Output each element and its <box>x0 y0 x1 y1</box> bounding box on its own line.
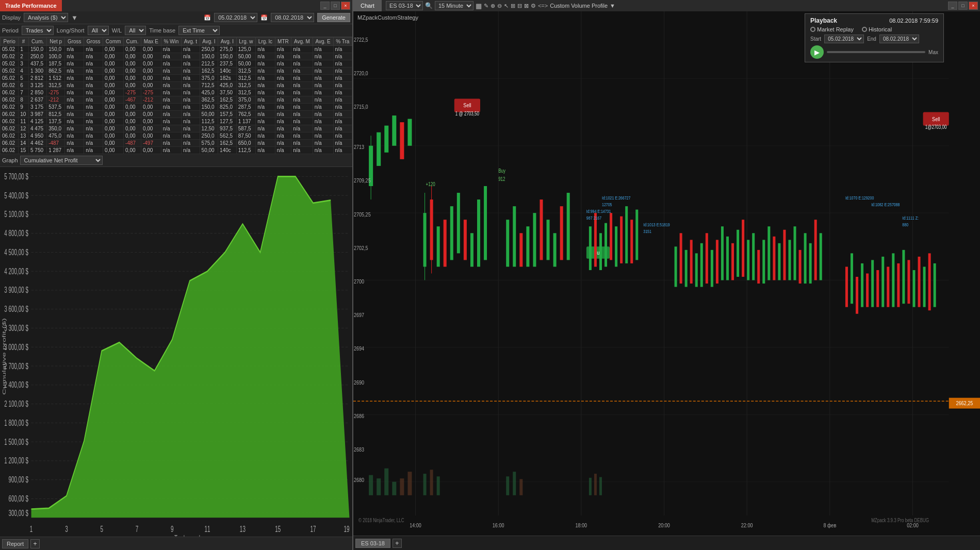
table-cell: n/a <box>275 60 291 68</box>
table-cell: n/a <box>182 132 200 140</box>
table-cell: 0,00 <box>103 104 124 111</box>
table-cell: 0,00 <box>103 46 124 53</box>
maximize-btn[interactable]: □ <box>331 2 340 10</box>
generate-button[interactable]: Generate <box>317 13 350 22</box>
svg-rect-163 <box>752 233 755 280</box>
svg-rect-104 <box>610 213 612 260</box>
custom-volume-label: Custom Volume Profile <box>550 3 608 9</box>
chart-tab-active[interactable]: ES 03-18 <box>355 539 390 548</box>
table-cell: n/a <box>333 147 352 154</box>
wl-select[interactable]: All <box>125 26 146 35</box>
table-cell: n/a <box>313 140 333 147</box>
table-cell: 537,5 <box>47 104 65 111</box>
start-date-select[interactable]: 05.02.2018 <box>824 35 864 43</box>
table-cell: n/a <box>275 140 291 147</box>
market-replay-radio[interactable]: Market Replay <box>810 26 854 32</box>
svg-text:© 2018 NinjaTrader, LLC: © 2018 NinjaTrader, LLC <box>358 518 404 523</box>
table-cell: 312,5 <box>236 75 256 82</box>
table-cell: n/a <box>161 96 181 104</box>
instrument-select[interactable]: ES 03-18 <box>386 1 423 10</box>
playback-slider[interactable] <box>827 51 925 53</box>
timebase-select[interactable]: Ext Time <box>178 26 220 35</box>
table-cell: n/a <box>275 125 291 132</box>
table-cell: 5 <box>19 75 29 82</box>
table-cell: 06.02 <box>1 89 19 96</box>
add-chart-tab-button[interactable]: + <box>393 539 402 548</box>
table-cell: 4 950 <box>29 132 47 140</box>
table-cell: n/a <box>65 96 84 104</box>
svg-rect-170 <box>788 240 791 280</box>
table-cell: n/a <box>84 82 103 89</box>
svg-text:2683: 2683 <box>354 446 364 453</box>
historical-radio[interactable]: Historical <box>862 26 892 32</box>
date1-select[interactable]: 05.02.2018 <box>214 13 257 22</box>
svg-rect-109 <box>635 210 638 260</box>
timeframe-select[interactable]: 15 Minute <box>435 1 473 10</box>
chart-right-panel: MZpackCustomStrategy Playback 08.02.2018… <box>353 11 980 550</box>
table-cell: 437,5 <box>29 60 47 68</box>
date2-select[interactable]: 08.02.2018 <box>271 13 314 22</box>
table-cell: 0,00 <box>141 75 161 82</box>
table-cell: -212 <box>141 96 161 104</box>
table-header-cell: Gross <box>65 38 84 46</box>
table-header-cell: # <box>19 38 29 46</box>
table-cell: 0,00 <box>124 104 141 111</box>
filter-icon[interactable]: ▼ <box>71 14 78 22</box>
table-cell: n/a <box>161 82 181 89</box>
svg-text:987    2167: 987 2167 <box>586 215 602 221</box>
chart-icon3: ⊠ <box>524 3 529 9</box>
table-cell: n/a <box>65 140 84 147</box>
svg-rect-174 <box>809 243 812 284</box>
table-cell: n/a <box>313 111 333 118</box>
table-cell: n/a <box>313 104 333 111</box>
svg-rect-178 <box>851 253 853 304</box>
table-row: 05.021150,0150,0n/an/a0,000,000,00n/an/a… <box>1 46 352 53</box>
table-cell: n/a <box>65 125 84 132</box>
period-select[interactable]: Trades <box>22 26 54 35</box>
svg-rect-121 <box>519 479 522 495</box>
table-cell: 312,5 <box>236 82 256 89</box>
play-button[interactable]: ▶ <box>810 45 824 59</box>
svg-rect-110 <box>369 475 373 495</box>
svg-rect-192 <box>923 266 926 307</box>
add-tab-button[interactable]: + <box>30 539 40 548</box>
chart-close-btn[interactable]: × <box>969 2 978 10</box>
svg-rect-193 <box>928 253 931 310</box>
table-cell: 0,00 <box>103 68 124 75</box>
table-cell: n/a <box>333 46 352 53</box>
table-cell: 3 987 <box>29 111 47 118</box>
table-cell: 5 750 <box>29 147 47 154</box>
table-cell: n/a <box>313 46 333 53</box>
table-cell: 425,0 <box>200 89 218 96</box>
svg-rect-105 <box>615 226 617 266</box>
graph-toolbar: Graph Cumulative Net Profit <box>0 154 352 167</box>
table-cell: 112,5 <box>236 147 256 154</box>
candlestick-chart: Sell 1 @ 2703,50 Buy <box>353 11 980 536</box>
minimize-btn[interactable]: _ <box>320 2 330 10</box>
table-cell: 8 <box>19 96 29 104</box>
chart-min-btn[interactable]: _ <box>948 2 957 10</box>
table-header-cell: Avg. t <box>182 38 200 46</box>
table-cell: 0,00 <box>103 147 124 154</box>
svg-rect-165 <box>762 240 765 284</box>
table-row: 05.0252 8121 512n/an/a0,000,000,00n/an/a… <box>1 75 352 82</box>
svg-rect-107 <box>625 206 628 263</box>
display-select[interactable]: Analysis ($) <box>24 13 68 22</box>
svg-rect-69 <box>384 126 388 153</box>
table-cell: n/a <box>313 125 333 132</box>
close-btn-left[interactable]: × <box>341 2 350 10</box>
chart-max-btn[interactable]: □ <box>958 2 968 10</box>
longshort-select[interactable]: All <box>88 26 109 35</box>
svg-text:12705: 12705 <box>602 202 612 207</box>
svg-rect-91 <box>513 206 516 266</box>
graph-type-select[interactable]: Cumulative Net Profit <box>20 156 103 165</box>
svg-text:+120: +120 <box>426 181 435 187</box>
svg-text:Trade number: Trade number <box>174 534 206 537</box>
report-button[interactable]: Report <box>2 539 28 548</box>
table-cell: 4 462 <box>29 140 47 147</box>
table-cell: n/a <box>275 111 291 118</box>
table-cell: 0,00 <box>124 68 141 75</box>
table-cell: n/a <box>275 46 291 53</box>
end-date-select[interactable]: 08.02.2018 <box>879 35 919 43</box>
table-cell: 13 <box>19 132 29 140</box>
